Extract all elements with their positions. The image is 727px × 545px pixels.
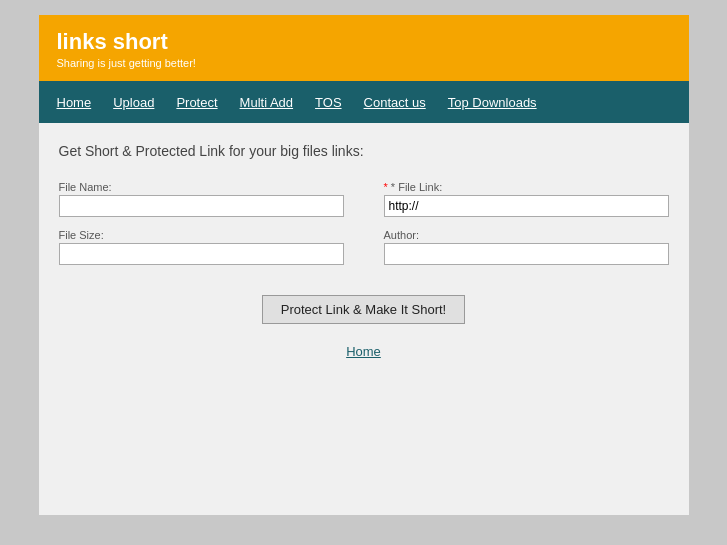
header: links short Sharing is just getting bett… bbox=[39, 15, 689, 81]
page-footer: By Salah.T2 bbox=[0, 530, 727, 545]
file-size-label: File Size: bbox=[59, 229, 344, 241]
file-size-group: File Size: bbox=[59, 229, 344, 265]
nav-item-multi-add[interactable]: Multi Add bbox=[240, 95, 293, 110]
form-left-column: File Name: File Size: bbox=[59, 181, 344, 277]
author-input[interactable] bbox=[384, 243, 669, 265]
file-name-group: File Name: bbox=[59, 181, 344, 217]
submit-button[interactable]: Protect Link & Make It Short! bbox=[262, 295, 465, 324]
file-link-group: * * File Link: bbox=[384, 181, 669, 217]
footer-link-row: Home bbox=[59, 344, 669, 359]
nav-item-contact[interactable]: Contact us bbox=[364, 95, 426, 110]
file-link-input[interactable] bbox=[384, 195, 669, 217]
submit-row: Protect Link & Make It Short! bbox=[59, 295, 669, 324]
nav-item-home[interactable]: Home bbox=[57, 95, 92, 110]
page-heading: Get Short & Protected Link for your big … bbox=[59, 143, 669, 159]
nav: HomeUploadProtectMulti AddTOSContact usT… bbox=[39, 81, 689, 123]
file-size-input[interactable] bbox=[59, 243, 344, 265]
nav-item-top-downloads[interactable]: Top Downloads bbox=[448, 95, 537, 110]
nav-item-upload[interactable]: Upload bbox=[113, 95, 154, 110]
page-wrapper: links short Sharing is just getting bett… bbox=[39, 15, 689, 515]
author-label: Author: bbox=[384, 229, 669, 241]
required-star: * bbox=[384, 181, 391, 193]
author-group: Author: bbox=[384, 229, 669, 265]
site-title: links short bbox=[57, 29, 671, 55]
main-content: Get Short & Protected Link for your big … bbox=[39, 123, 689, 379]
site-tagline: Sharing is just getting better! bbox=[57, 57, 671, 69]
nav-item-tos[interactable]: TOS bbox=[315, 95, 342, 110]
form-right-column: * * File Link: Author: bbox=[384, 181, 669, 277]
file-link-label: * * File Link: bbox=[384, 181, 669, 193]
file-name-label: File Name: bbox=[59, 181, 344, 193]
form-section: File Name: File Size: * * File Link: bbox=[59, 181, 669, 277]
home-footer-link[interactable]: Home bbox=[346, 344, 381, 359]
nav-item-protect[interactable]: Protect bbox=[176, 95, 217, 110]
file-name-input[interactable] bbox=[59, 195, 344, 217]
